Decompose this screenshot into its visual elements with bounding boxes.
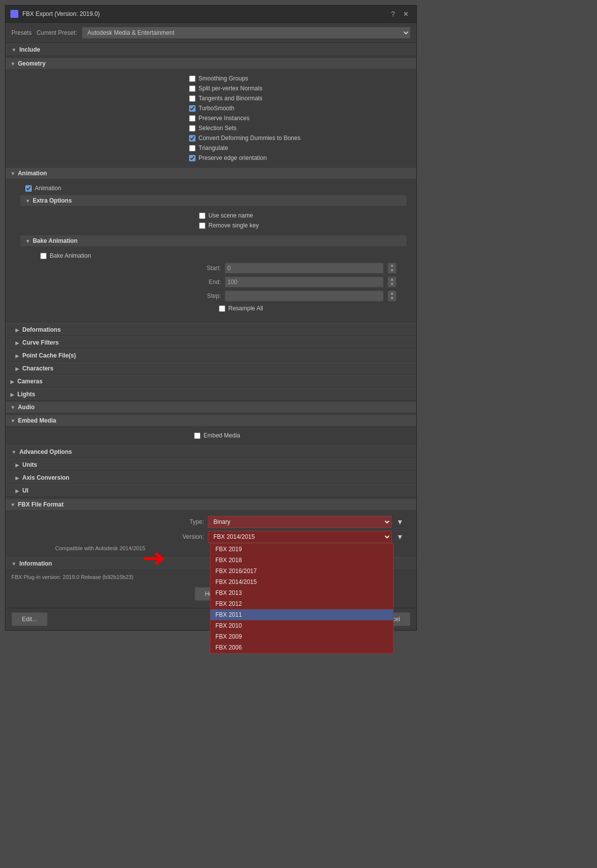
include-title: Include: [19, 46, 40, 53]
curve-filters-header[interactable]: ▶ Curve Filters: [5, 336, 416, 349]
embed-media-header[interactable]: ▼ Embed Media: [5, 415, 416, 427]
start-spinner-up[interactable]: ▲: [388, 263, 396, 268]
geometry-subsection: ▼ Geometry Smoothing Groups Split per-ve…: [5, 58, 416, 166]
cameras-header[interactable]: ▶ Cameras: [5, 375, 416, 388]
lights-header[interactable]: ▶ Lights: [5, 388, 416, 401]
use-scene-name-checkbox[interactable]: [199, 213, 205, 219]
fbx-file-format-title: FBX File Format: [18, 501, 64, 508]
preserve-edge-checkbox[interactable]: [189, 155, 196, 161]
point-cache-triangle: ▶: [15, 353, 19, 359]
dropdown-item-2018[interactable]: FBX 2018: [210, 555, 393, 566]
curve-filters-title: Curve Filters: [22, 339, 59, 346]
include-header[interactable]: ▼ Include: [5, 43, 416, 56]
advanced-options-triangle: ▼: [11, 449, 16, 455]
animation-label: Animation: [35, 185, 61, 192]
title-bar: FBX Export (Version: 2019.0) ? ✕: [5, 5, 416, 23]
deformations-title: Deformations: [22, 326, 61, 333]
bake-animation-checkbox[interactable]: [40, 253, 47, 259]
start-input[interactable]: [225, 263, 384, 274]
turbosmooth-row: TurboSmooth: [15, 103, 406, 113]
start-spinner: ▲ ▼: [388, 263, 397, 274]
selection-sets-label: Selection Sets: [199, 125, 237, 132]
fbx-file-format-header[interactable]: ▼ FBX File Format: [5, 499, 416, 510]
selection-sets-checkbox[interactable]: [189, 125, 196, 132]
selection-sets-row: Selection Sets: [15, 123, 406, 133]
preset-select[interactable]: Autodesk Media & Entertainment: [82, 27, 410, 39]
smoothing-groups-checkbox[interactable]: [189, 75, 196, 82]
smoothing-groups-row: Smoothing Groups: [15, 73, 406, 83]
step-spinner: ▲ ▼: [388, 290, 397, 301]
preserve-instances-checkbox[interactable]: [189, 115, 196, 122]
tangents-checkbox[interactable]: [189, 95, 196, 102]
embed-media-row: Embed Media: [194, 431, 406, 440]
lights-triangle: ▶: [10, 392, 14, 397]
bake-animation-header[interactable]: ▼ Bake Animation: [20, 235, 406, 247]
include-triangle: ▼: [11, 47, 16, 53]
point-cache-title: Point Cache File(s): [22, 352, 76, 359]
split-normals-checkbox[interactable]: [189, 85, 196, 92]
dropdown-item-2019[interactable]: FBX 2019: [210, 544, 393, 555]
step-spinner-down[interactable]: ▼: [388, 296, 396, 301]
dropdown-item-2016[interactable]: FBX 2016/2017: [210, 566, 393, 577]
end-spinner-up[interactable]: ▲: [388, 277, 396, 282]
animation-checkbox[interactable]: [25, 185, 32, 192]
resample-checkbox[interactable]: [219, 305, 225, 312]
convert-dummies-checkbox[interactable]: [189, 135, 196, 142]
audio-header[interactable]: ▼ Audio: [5, 402, 416, 413]
units-triangle: ▶: [15, 462, 19, 468]
title-bar-left: FBX Export (Version: 2019.0): [10, 10, 100, 18]
advanced-options-header[interactable]: ▼ Advanced Options: [5, 445, 416, 458]
end-spinner: ▲ ▼: [388, 277, 397, 288]
ui-triangle: ▶: [15, 488, 19, 494]
step-spinner-up[interactable]: ▲: [388, 291, 396, 296]
characters-header[interactable]: ▶ Characters: [5, 362, 416, 375]
embed-media-checkbox[interactable]: [194, 433, 200, 439]
fbx-export-dialog: FBX Export (Version: 2019.0) ? ✕ Presets…: [5, 5, 417, 631]
information-triangle: ▼: [11, 561, 16, 567]
title-bar-buttons: ? ✕: [388, 8, 411, 19]
tangents-row: Tangents and Binormals: [15, 93, 406, 103]
geometry-header[interactable]: ▼ Geometry: [5, 58, 416, 70]
ui-header[interactable]: ▶ UI: [5, 484, 416, 497]
extra-options-content: Use scene name Remove single key: [20, 208, 406, 233]
dropdown-item-2014[interactable]: FBX 2014/2015: [210, 577, 393, 587]
bake-anim-checkbox-row: Bake Animation: [30, 251, 397, 261]
close-button[interactable]: ✕: [400, 8, 411, 19]
type-select[interactable]: Binary ASCII: [208, 516, 392, 528]
bottom-left: Edit...: [11, 612, 48, 626]
characters-title: Characters: [22, 365, 54, 372]
end-input[interactable]: [225, 277, 384, 288]
use-scene-name-label: Use scene name: [208, 212, 253, 219]
units-header[interactable]: ▶ Units: [5, 458, 416, 471]
lights-title: Lights: [17, 391, 35, 398]
start-spinner-down[interactable]: ▼: [388, 268, 396, 273]
step-input[interactable]: [225, 290, 384, 301]
embed-media-triangle: ▼: [10, 418, 15, 424]
geometry-title: Geometry: [18, 60, 46, 67]
axis-conversion-header[interactable]: ▶ Axis Conversion: [5, 471, 416, 484]
triangulate-checkbox[interactable]: [189, 145, 196, 151]
end-spinner-down[interactable]: ▼: [388, 282, 396, 287]
advanced-options-section: ▼ Advanced Options ▶ Units ▶ Axis Conver…: [5, 445, 416, 555]
embed-media-label: Embed Media: [203, 432, 240, 439]
convert-dummies-label: Convert Deforming Dummies to Bones: [199, 135, 300, 142]
compat-label: Compatible with Autodesk 2014/2015: [55, 545, 145, 551]
dropdown-item-2013[interactable]: FBX 2013: [210, 587, 393, 598]
dropdown-item-2012[interactable]: FBX 2012: [210, 598, 393, 608]
extra-options-title: Extra Options: [33, 197, 72, 204]
help-button[interactable]: ?: [388, 8, 398, 19]
edit-button[interactable]: Edit...: [11, 612, 48, 626]
remove-single-key-checkbox[interactable]: [199, 222, 205, 229]
animation-header[interactable]: ▼ Animation: [5, 168, 416, 179]
point-cache-header[interactable]: ▶ Point Cache File(s): [5, 349, 416, 362]
preserve-instances-row: Preserve Instances: [15, 113, 406, 123]
start-field-row: Start: ▲ ▼: [30, 261, 397, 275]
extra-options-header[interactable]: ▼ Extra Options: [20, 195, 406, 207]
fbx-file-format-triangle: ▼: [10, 502, 15, 507]
geometry-triangle: ▼: [10, 61, 15, 67]
split-normals-label: Split per-vertex Normals: [199, 85, 263, 92]
version-select[interactable]: FBX 2014/2015: [208, 531, 392, 543]
deformations-header[interactable]: ▶ Deformations: [5, 323, 416, 336]
end-label: End:: [199, 279, 221, 286]
turbosmooth-checkbox[interactable]: [189, 105, 196, 112]
